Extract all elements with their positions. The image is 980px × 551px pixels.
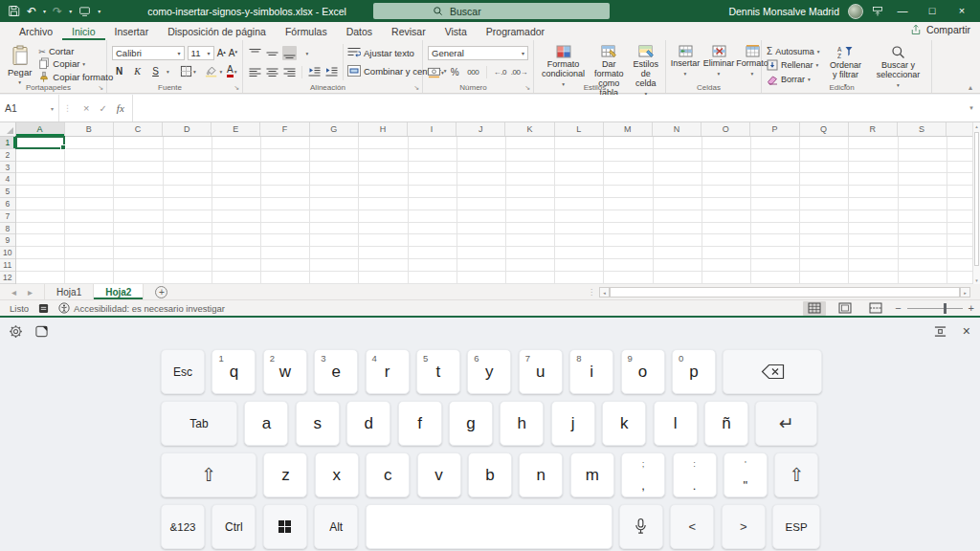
sort-filter-button[interactable]: AZ Ordenar y filtrar ▾	[823, 44, 867, 80]
keyboard-settings-icon[interactable]	[9, 324, 23, 339]
key-s[interactable]: s	[296, 401, 340, 446]
key-arrow-right[interactable]: >	[722, 504, 766, 549]
delete-cells-button[interactable]: Eliminar ▾	[703, 44, 734, 80]
select-all-corner[interactable]	[0, 122, 16, 136]
key-e[interactable]: 3e	[314, 349, 358, 394]
key-period[interactable]: :.	[673, 452, 717, 497]
font-size-select[interactable]: 11 ▾	[188, 46, 214, 60]
key-r[interactable]: 4r	[366, 349, 410, 394]
grow-font-button[interactable]: A▴	[217, 48, 226, 58]
key-d[interactable]: d	[346, 401, 390, 446]
key-x[interactable]: x	[315, 452, 359, 497]
column-header-h[interactable]: H	[359, 122, 408, 136]
column-header-a[interactable]: A	[16, 122, 65, 136]
sheet-tab-hoja1[interactable]: Hoja1	[45, 284, 94, 299]
row-header-7[interactable]: 7	[0, 210, 15, 223]
close-button[interactable]: ×	[951, 0, 972, 22]
view-page-layout-button[interactable]	[834, 301, 857, 316]
column-header-d[interactable]: D	[163, 122, 212, 136]
new-sheet-button[interactable]: +	[155, 286, 167, 298]
key-h[interactable]: h	[500, 401, 544, 446]
maximize-button[interactable]: □	[922, 0, 943, 22]
conditional-formatting-button[interactable]: Formato condicional ▾	[539, 44, 588, 80]
sheet-tab-hoja2[interactable]: Hoja2	[94, 284, 144, 299]
keyboard-dock-icon[interactable]	[933, 325, 947, 338]
user-name[interactable]: Dennis Monsalve Madrid	[728, 6, 839, 17]
dialog-launcher-icon[interactable]: ↘	[413, 84, 419, 92]
column-header-o[interactable]: O	[702, 122, 750, 136]
vertical-scroll-thumb[interactable]	[974, 132, 979, 266]
column-header-c[interactable]: C	[114, 122, 163, 136]
keyboard-close-icon[interactable]: ×	[963, 324, 970, 338]
row-header-3[interactable]: 3	[0, 162, 15, 174]
prev-sheet-icon[interactable]: ◂	[11, 287, 16, 298]
zoom-out-button[interactable]: −	[895, 302, 901, 314]
tab-inicio[interactable]: Inicio	[62, 22, 105, 40]
key-enter[interactable]: ↵	[755, 401, 817, 446]
horizontal-scrollbar[interactable]: ⋮ ◂ ▸	[588, 287, 970, 298]
underline-button[interactable]: S	[148, 64, 163, 78]
align-right-button[interactable]	[282, 65, 297, 79]
paste-button[interactable]: Pegar ▾	[5, 44, 34, 80]
formula-input[interactable]	[133, 95, 963, 121]
key-ntilde[interactable]: ñ	[704, 401, 748, 446]
orientation-button[interactable]: ▾	[300, 46, 314, 60]
accessibility-status[interactable]: Accesibilidad: es necesario investigar	[58, 302, 225, 314]
keyboard-layout-icon[interactable]	[34, 324, 49, 339]
row-header-11[interactable]: 11	[0, 259, 15, 272]
decrease-decimal-button[interactable]: .00→	[511, 65, 527, 79]
row-header-8[interactable]: 8	[0, 223, 15, 235]
minimize-button[interactable]: —	[892, 0, 913, 22]
tab-vista[interactable]: Vista	[435, 22, 477, 40]
key-j[interactable]: j	[551, 401, 595, 446]
key-i[interactable]: 8i	[569, 349, 613, 394]
undo-dropdown-icon[interactable]: ▾	[43, 8, 46, 14]
view-normal-button[interactable]	[803, 301, 826, 316]
format-painter-button[interactable]: Copiar formato	[38, 71, 113, 83]
zoom-in-button[interactable]: +	[969, 302, 974, 314]
column-header-e[interactable]: E	[212, 122, 260, 136]
dialog-launcher-icon[interactable]: ↘	[524, 84, 530, 92]
align-top-button[interactable]	[248, 46, 262, 60]
cancel-icon[interactable]: ×	[83, 102, 89, 114]
key-z[interactable]: z	[263, 452, 307, 497]
key-alt[interactable]: Alt	[314, 504, 358, 549]
macro-record-icon[interactable]	[38, 303, 49, 314]
tab-insertar[interactable]: Insertar	[105, 22, 159, 40]
scroll-up-icon[interactable]: ▴	[973, 123, 980, 129]
ribbon-display-options-icon[interactable]	[872, 6, 883, 17]
font-color-button[interactable]: A▾	[225, 64, 239, 78]
format-as-table-button[interactable]: Dar formato como tabla ▾	[591, 44, 627, 80]
fill-color-button[interactable]: ▾	[207, 64, 221, 78]
horizontal-scroll-thumb[interactable]	[610, 287, 960, 298]
collapse-ribbon-icon[interactable]: ▴	[969, 83, 972, 92]
align-left-button[interactable]	[248, 65, 262, 79]
font-family-select[interactable]: Calibri ▾	[112, 46, 185, 60]
key-shift-left[interactable]: ⇧	[161, 452, 256, 497]
autosum-button[interactable]: Σ Autosuma ▾	[767, 46, 819, 56]
qat-customize-icon[interactable]: ▾	[98, 8, 100, 14]
column-header-g[interactable]: G	[310, 122, 359, 136]
key-v[interactable]: v	[417, 452, 461, 497]
row-header-9[interactable]: 9	[0, 234, 15, 247]
zoom-slider-thumb[interactable]	[944, 303, 947, 314]
splitter-grip-icon[interactable]: ⋮	[588, 288, 595, 297]
key-b[interactable]: b	[468, 452, 512, 497]
align-center-button[interactable]	[265, 65, 279, 79]
dialog-launcher-icon[interactable]: ↘	[98, 84, 103, 92]
share-button[interactable]: Compartir	[910, 24, 970, 35]
key-quote[interactable]: '"	[724, 452, 768, 497]
redo-icon[interactable]: ↷	[53, 6, 62, 17]
row-header-6[interactable]: 6	[0, 198, 15, 210]
accounting-format-button[interactable]: ▾	[428, 65, 444, 79]
column-header-i[interactable]: I	[408, 122, 457, 136]
key-a[interactable]: a	[244, 401, 288, 446]
key-f[interactable]: f	[398, 401, 442, 446]
key-l[interactable]: l	[654, 401, 698, 446]
column-header-q[interactable]: Q	[800, 122, 849, 136]
avatar[interactable]	[848, 4, 863, 19]
search-box[interactable]: Buscar	[373, 3, 610, 19]
tab-programador[interactable]: Programador	[477, 22, 554, 40]
key-tab[interactable]: Tab	[161, 401, 237, 446]
undo-icon[interactable]: ↶	[27, 6, 36, 17]
